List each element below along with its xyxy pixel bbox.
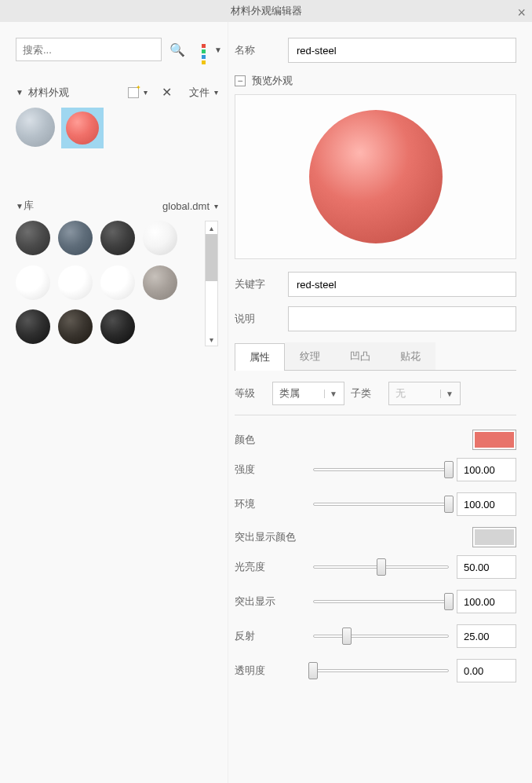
description-label: 说明 <box>235 312 282 326</box>
ambient-label: 环境 <box>235 497 305 511</box>
materials-section-label: 材料外观 <box>28 86 69 100</box>
scroll-up-icon[interactable]: ▴ <box>210 221 213 234</box>
slider-thumb[interactable] <box>444 593 454 610</box>
transparency-slider[interactable] <box>313 663 449 679</box>
property-tabs: 属性纹理凹凸贴花 <box>235 342 516 371</box>
files-menu-label[interactable]: 文件 <box>189 86 210 100</box>
collapse-icon[interactable]: − <box>235 75 246 86</box>
library-swatch[interactable] <box>58 265 93 300</box>
preview-label: 预览外观 <box>252 74 293 88</box>
library-swatches <box>16 221 199 346</box>
slider-thumb[interactable] <box>342 627 352 645</box>
slider-thumb[interactable] <box>377 558 386 576</box>
search-input[interactable] <box>16 38 162 61</box>
grade-select[interactable]: 类属 ▼ <box>272 382 344 405</box>
slider-thumb[interactable] <box>308 662 318 679</box>
library-swatch[interactable] <box>100 309 135 344</box>
new-material-icon[interactable] <box>128 87 139 98</box>
highlight-slider[interactable] <box>313 594 449 609</box>
chevron-down-icon[interactable]: ▼ <box>214 46 222 54</box>
library-scrollbar[interactable]: ▴ ▾ <box>205 221 218 346</box>
materials-section-header: ▼ 材料外观 ▾ ✕ 文件 ▾ <box>16 85 218 100</box>
library-swatch[interactable] <box>58 309 93 344</box>
tab-bump[interactable]: 凹凸 <box>335 342 385 370</box>
library-swatch[interactable] <box>143 221 177 255</box>
highlight-label: 突出显示 <box>235 595 305 609</box>
highlight-color-label: 突出显示颜色 <box>235 530 305 544</box>
preview-sphere <box>309 110 443 243</box>
ambient-value[interactable] <box>457 492 516 516</box>
scroll-down-icon[interactable]: ▾ <box>210 333 213 346</box>
library-swatch[interactable] <box>100 221 135 255</box>
library-swatch[interactable] <box>143 265 177 300</box>
scrollbar-thumb[interactable] <box>206 234 217 281</box>
subclass-select[interactable]: 无 ▼ <box>388 382 461 405</box>
slider-thumb[interactable] <box>444 496 454 513</box>
chevron-down-icon[interactable]: ▾ <box>144 88 148 97</box>
search-icon[interactable]: 🔍 <box>169 42 185 57</box>
shininess-slider[interactable] <box>313 559 449 575</box>
tab-attrs[interactable]: 属性 <box>235 343 285 371</box>
library-file-name: global.dmt <box>162 200 210 212</box>
my-materials-swatches <box>16 104 218 152</box>
chevron-down-icon[interactable]: ▾ <box>214 202 218 210</box>
ambient-slider[interactable] <box>313 496 449 512</box>
keywords-input[interactable] <box>288 272 516 297</box>
highlight-value[interactable] <box>457 590 516 613</box>
right-panel: 名称 − 预览外观 关键字 说明 属性纹理凹凸贴花 等级 类属 ▼ 子类 <box>228 22 532 783</box>
reflection-slider[interactable] <box>313 628 449 644</box>
library-swatch[interactable] <box>58 221 93 255</box>
material-swatch-selected[interactable] <box>61 108 104 148</box>
library-swatch[interactable] <box>16 265 50 300</box>
intensity-label: 强度 <box>235 463 305 477</box>
palette-filter-button[interactable] <box>201 43 206 56</box>
close-icon[interactable]: × <box>517 2 526 24</box>
keywords-label: 关键字 <box>235 277 282 291</box>
highlight-color-swatch[interactable] <box>472 527 516 547</box>
name-input[interactable] <box>288 38 516 63</box>
transparency-value[interactable] <box>457 659 516 682</box>
chevron-down-icon[interactable]: ▾ <box>214 88 218 97</box>
grade-label: 等级 <box>235 386 266 401</box>
description-input[interactable] <box>288 306 516 331</box>
library-swatch[interactable] <box>16 221 50 255</box>
reflection-label: 反射 <box>235 629 305 643</box>
library-section-label: 库 <box>24 199 34 213</box>
delete-icon[interactable]: ✕ <box>162 85 172 100</box>
library-swatch[interactable] <box>16 309 50 344</box>
slider-thumb[interactable] <box>444 461 454 478</box>
transparency-label: 透明度 <box>235 664 305 678</box>
reflection-value[interactable] <box>457 624 516 648</box>
color-swatch[interactable] <box>472 430 516 450</box>
title-bar: 材料外观编辑器 × <box>0 0 532 22</box>
name-label: 名称 <box>235 43 282 57</box>
intensity-value[interactable] <box>457 458 516 481</box>
window-title: 材料外观编辑器 <box>231 5 302 16</box>
chevron-down-icon: ▼ <box>324 390 337 398</box>
tab-texture[interactable]: 纹理 <box>285 342 335 370</box>
color-label: 颜色 <box>235 433 305 447</box>
library-section-header: ▼ 库 global.dmt ▾ <box>16 199 218 213</box>
tab-decal[interactable]: 贴花 <box>385 342 435 370</box>
chevron-down-icon: ▼ <box>440 390 454 398</box>
preview-box <box>235 94 516 259</box>
left-panel: 🔍 ▼ ▼ 材料外观 ▾ ✕ 文件 ▾ ▼ 库 <box>0 22 228 783</box>
shininess-value[interactable] <box>457 555 516 579</box>
shininess-label: 光亮度 <box>235 560 305 574</box>
material-swatch[interactable] <box>16 108 55 147</box>
library-swatch[interactable] <box>100 265 135 300</box>
chevron-down-icon[interactable]: ▼ <box>16 88 24 97</box>
chevron-down-icon[interactable]: ▼ <box>16 202 24 210</box>
intensity-slider[interactable] <box>313 462 449 477</box>
subclass-label: 子类 <box>351 386 382 401</box>
